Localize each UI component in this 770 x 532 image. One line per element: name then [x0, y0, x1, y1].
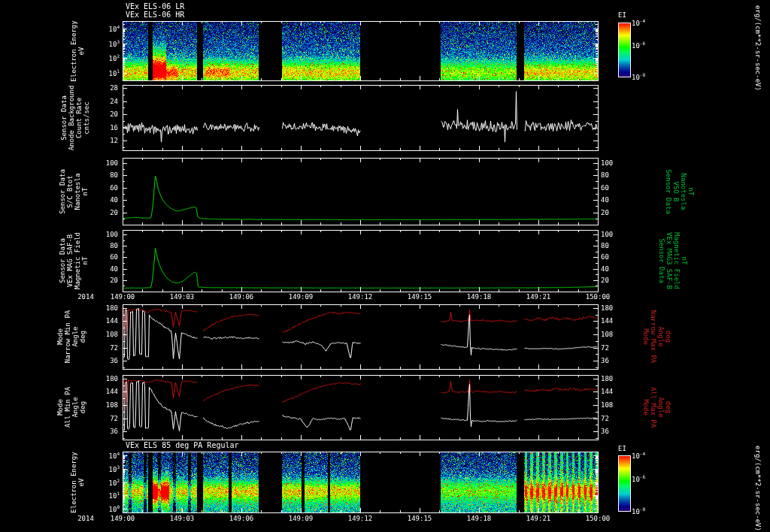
x-tick-label: 149:00: [105, 293, 141, 301]
y-tick-label: 12: [92, 137, 118, 144]
y-tick-label: 24: [92, 98, 118, 105]
x-tick-label: 149:21: [520, 515, 556, 522]
y-tick-label-right: 100: [601, 231, 626, 238]
colorbar-tick-label: 10-4: [632, 452, 651, 460]
x-tick-label: 149:12: [342, 515, 378, 522]
y-tick-label: 101: [100, 69, 120, 77]
y-tick-label: 100: [92, 159, 118, 167]
x-tick-label: 149:15: [402, 293, 438, 301]
y-tick-label: 102: [100, 479, 120, 487]
y-tick-label: 60: [92, 184, 118, 192]
y-tick-label-right: 108: [601, 401, 626, 409]
x-tick-label: 149:21: [520, 293, 556, 301]
y-tick-label: 40: [92, 265, 118, 273]
y-tick-label-right: 36: [601, 357, 626, 364]
y-tick-label: 60: [92, 253, 118, 261]
x-tick-label: 149:15: [402, 515, 438, 522]
y-axis-label-right: deg Angle All Max PA Mode: [642, 387, 672, 428]
y-tick-label: 103: [100, 465, 120, 473]
y-axis-label: Sensor Data VEx MAG SAF-B Magnetic Field…: [59, 232, 89, 289]
y-axis-label-right: nT Magnetic Field VEx MAG3 SAF-B Sensor …: [658, 232, 688, 289]
colorbar-tick-label: 10-4: [632, 19, 651, 27]
y-tick-label: 16: [92, 124, 118, 131]
x-tick-label: 149:18: [461, 293, 497, 301]
plot-screen: VEx ELS-06 LR VEx ELS-06 HR VEx ELS 85 d…: [0, 0, 770, 532]
y-tick-label: 100: [100, 505, 120, 513]
colorbar-tick-label: 10-6: [632, 41, 651, 50]
x-tick-label: 149:06: [223, 293, 259, 301]
x-tick-label: 150:00: [580, 515, 616, 522]
y-tick-label: 102: [100, 54, 120, 62]
y-axis-label: Mode All Min PA Angle deg: [56, 387, 86, 428]
y-tick-label-right: 80: [601, 171, 626, 179]
y-tick-label-right: 180: [601, 375, 626, 382]
y-tick-label: 20: [92, 209, 118, 216]
y-tick-label-right: 36: [601, 428, 626, 435]
y-tick-label: 180: [92, 304, 118, 312]
y-tick-label-right: 72: [601, 344, 626, 352]
y-axis-label: Mode Narrow Min PA Angle deg: [56, 310, 86, 363]
y-tick-label-right: 72: [601, 415, 626, 422]
colorbar-tick-label: 10-6: [632, 475, 651, 483]
y-tick-label: 36: [92, 357, 118, 364]
y-tick-label: 28: [92, 84, 118, 92]
y-tick-label-right: 80: [601, 242, 626, 249]
y-tick-label: 180: [92, 375, 118, 382]
y-tick-label-right: 60: [601, 253, 626, 261]
y-tick-label: 104: [100, 25, 120, 33]
y-tick-label-right: 20: [601, 209, 626, 216]
y-tick-label-right: 180: [601, 304, 626, 312]
y-tick-label: 72: [92, 344, 118, 352]
y-tick-label: 40: [92, 196, 118, 204]
y-tick-label: 104: [100, 452, 120, 460]
y-axis-label: Electron Energy eV: [70, 452, 85, 512]
x-tick-label: 149:18: [461, 515, 497, 522]
colorbar-tick-label: 10-9: [632, 507, 651, 515]
y-tick-label-right: 108: [601, 331, 626, 338]
y-tick-label-right: 40: [601, 196, 626, 204]
y-tick-label: 20: [92, 110, 118, 118]
y-tick-label: 108: [92, 401, 118, 409]
y-tick-label: 108: [92, 331, 118, 338]
y-tick-label: 72: [92, 415, 118, 422]
y-tick-label-right: 40: [601, 265, 626, 273]
y-tick-label-right: 144: [601, 317, 626, 325]
y-tick-label-right: 20: [601, 277, 626, 284]
colorbar-tick-label: 10-9: [632, 73, 651, 81]
y-tick-label: 80: [92, 171, 118, 179]
x-tick-label: 149:03: [164, 515, 200, 522]
y-tick-label: 103: [100, 40, 120, 48]
y-tick-label: 144: [92, 388, 118, 395]
y-tick-label-right: 100: [601, 159, 626, 167]
x-tick-label: 149:09: [283, 515, 319, 522]
generated-labels: 149:00149:03149:06149:09149:12149:15149:…: [0, 0, 770, 532]
y-axis-label-right: nT Nanotesla VSO B Sensor Data: [665, 169, 695, 214]
x-tick-label: 149:12: [342, 293, 378, 301]
y-axis-label: Electron Energy eV: [70, 20, 85, 81]
y-tick-label-right: 60: [601, 184, 626, 192]
y-tick-label: 144: [92, 317, 118, 325]
x-tick-label: 149:06: [223, 515, 259, 522]
y-axis-label: Sensor Data S/C Btot Nanotesla nT: [59, 169, 89, 214]
y-tick-label-right: 144: [601, 388, 626, 395]
y-axis-label-right: deg Angle Narrow Max PA Mode: [642, 310, 672, 363]
y-tick-label: 36: [92, 428, 118, 435]
x-tick-label: 150:00: [580, 293, 616, 301]
y-tick-label: 20: [92, 277, 118, 284]
y-axis-label: Sensor Data Anode Background Count Rate …: [60, 85, 90, 150]
y-tick-label: 80: [92, 242, 118, 249]
y-tick-label: 100: [92, 231, 118, 238]
x-tick-label: 149:00: [105, 515, 141, 522]
x-tick-label: 149:09: [283, 293, 319, 301]
y-tick-label: 101: [100, 491, 120, 500]
x-tick-label: 149:03: [164, 293, 200, 301]
